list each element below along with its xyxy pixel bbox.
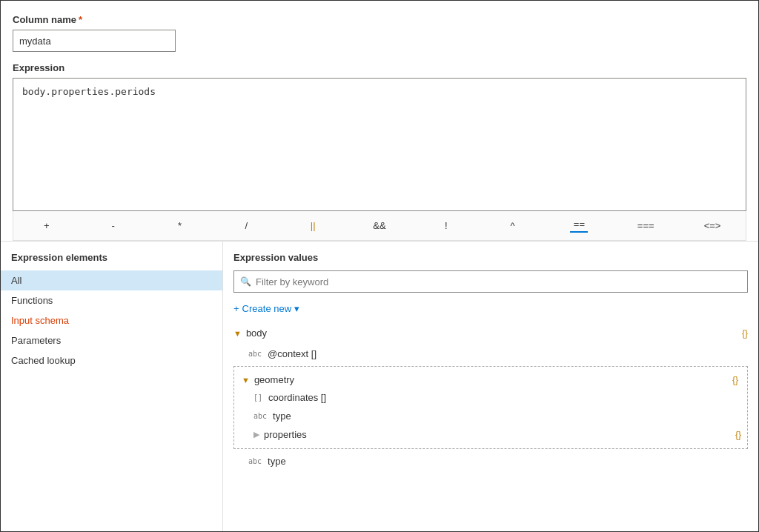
op-plus-button[interactable]: + <box>13 217 80 234</box>
column-name-label: Column name* <box>13 14 746 25</box>
right-panel: Expression values 🔍 + Create new ▾ ▼ bod… <box>223 242 758 532</box>
op-multiply-button[interactable]: * <box>147 217 213 234</box>
search-icon: 🔍 <box>240 276 251 287</box>
op-minus-button[interactable]: - <box>80 217 147 234</box>
op-compare-button[interactable]: <=> <box>679 217 746 234</box>
op-caret-button[interactable]: ^ <box>480 217 546 234</box>
geometry-box: ▼ geometry {} [] coordinates [] abc type… <box>233 366 748 449</box>
bottom-section: Expression elements All Functions Input … <box>1 241 758 532</box>
geometry-chevron-icon: ▼ <box>242 376 250 385</box>
nav-item-all[interactable]: All <box>1 270 222 290</box>
create-new-plus-icon: + <box>233 303 239 314</box>
nav-item-parameters[interactable]: Parameters <box>1 330 222 350</box>
column-name-input[interactable] <box>13 30 176 52</box>
create-new-button[interactable]: + Create new ▾ <box>223 300 310 322</box>
op-divide-button[interactable]: / <box>213 217 279 234</box>
operators-bar: + - * / || && ! ^ == === <=> <box>13 211 746 241</box>
expression-elements-title: Expression elements <box>1 252 222 270</box>
body-type-icon: {} <box>742 328 748 339</box>
op-and-button[interactable]: && <box>346 217 413 234</box>
expression-label: Expression <box>13 62 746 73</box>
op-not-button[interactable]: ! <box>413 217 480 234</box>
op-eq-button[interactable]: == <box>546 216 613 236</box>
body-chevron-icon: ▼ <box>233 329 242 338</box>
properties-name: properties <box>264 429 735 440</box>
filter-input[interactable] <box>256 276 741 287</box>
coordinates-type-badge: [] <box>253 393 262 402</box>
tree-item-body[interactable]: ▼ body {} <box>233 322 748 345</box>
geometry-type-icon: {} <box>732 375 738 385</box>
type-geo-type-badge: abc <box>253 412 267 420</box>
body-name: body <box>246 327 742 339</box>
type-bottom-badge: abc <box>248 457 262 465</box>
tree-item-coordinates[interactable]: [] coordinates [] <box>242 388 747 407</box>
tree-item-geometry[interactable]: ▼ geometry {} <box>242 371 747 388</box>
expression-editor[interactable]: body.properties.periods <box>13 78 746 211</box>
nav-item-cached-lookup[interactable]: Cached lookup <box>1 350 222 370</box>
coordinates-name: coordinates [] <box>268 392 326 403</box>
left-panel: Expression elements All Functions Input … <box>1 242 223 532</box>
tree-item-properties[interactable]: ▶ properties {} <box>242 425 747 444</box>
tree-item-type-geo[interactable]: abc type <box>242 407 747 425</box>
type-geo-name: type <box>273 410 291 422</box>
context-type-badge: abc <box>248 350 262 358</box>
expression-values-title: Expression values <box>223 252 758 270</box>
tree-item-context[interactable]: abc @context [] <box>233 345 748 363</box>
create-new-label: Create new <box>242 303 291 314</box>
properties-chevron-icon: ▶ <box>253 430 259 439</box>
tree-item-type-bottom[interactable]: abc type <box>233 452 748 471</box>
expression-text: body.properties.periods <box>22 86 737 97</box>
properties-type-icon: {} <box>735 430 741 440</box>
tree-section: ▼ body {} abc @context [] ▼ geometry {} … <box>223 322 758 471</box>
op-strict-eq-button[interactable]: === <box>612 217 679 234</box>
type-bottom-name: type <box>268 456 286 467</box>
required-star: * <box>79 14 82 25</box>
context-name: @context [] <box>268 348 316 359</box>
op-or-button[interactable]: || <box>279 217 346 234</box>
create-new-chevron-icon: ▾ <box>294 303 299 314</box>
filter-search-container[interactable]: 🔍 <box>233 270 748 293</box>
nav-item-functions[interactable]: Functions <box>1 290 222 310</box>
nav-item-input-schema[interactable]: Input schema <box>1 310 222 330</box>
geometry-name: geometry <box>254 374 732 385</box>
